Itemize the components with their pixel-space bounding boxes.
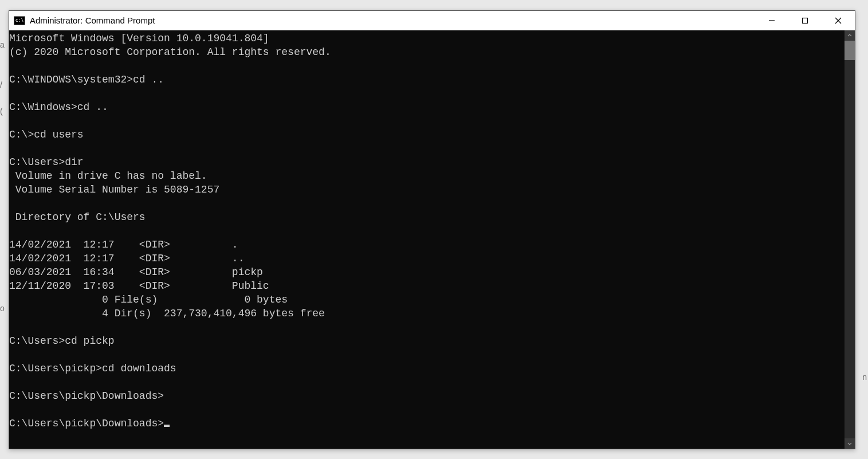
terminal-body: Microsoft Windows [Version 10.0.19041.80… (9, 30, 855, 449)
terminal-line: Directory of C:\Users (9, 211, 146, 223)
cmd-icon (14, 16, 25, 25)
terminal-line: 12/11/2020 17:03 <DIR> Public (9, 280, 269, 292)
terminal-line: 06/03/2021 16:34 <DIR> pickp (9, 266, 263, 278)
terminal-line: 14/02/2021 12:17 <DIR> . (9, 239, 238, 250)
current-prompt: C:\Users\pickp\Downloads> (9, 418, 164, 429)
close-icon (835, 17, 842, 24)
chevron-down-icon (847, 441, 852, 446)
terminal-line: C:\Windows>cd .. (9, 101, 108, 113)
terminal-line: C:\WINDOWS\system32>cd .. (9, 74, 164, 85)
terminal-output[interactable]: Microsoft Windows [Version 10.0.19041.80… (9, 30, 845, 449)
cursor (164, 425, 170, 427)
scroll-down-button[interactable] (845, 438, 855, 449)
terminal-line: C:\Users>cd pickp (9, 335, 115, 347)
maximize-button[interactable] (788, 11, 822, 30)
close-button[interactable] (822, 11, 855, 30)
terminal-line: C:\Users\pickp\Downloads> (9, 390, 164, 402)
minimize-button[interactable] (755, 11, 788, 30)
window-controls (755, 11, 855, 30)
titlebar[interactable]: Administrator: Command Prompt (9, 11, 855, 30)
terminal-line: Microsoft Windows [Version 10.0.19041.80… (9, 33, 269, 44)
scrollbar[interactable] (845, 30, 855, 449)
terminal-line: Volume Serial Number is 5089-1257 (9, 184, 219, 195)
maximize-icon (802, 17, 808, 24)
terminal-line: 4 Dir(s) 237,730,410,496 bytes free (9, 308, 325, 319)
terminal-line: C:\>cd users (9, 129, 84, 140)
chevron-up-icon (847, 33, 852, 38)
scroll-thumb[interactable] (845, 41, 855, 60)
terminal-line: 14/02/2021 12:17 <DIR> .. (9, 253, 244, 264)
window-title: Administrator: Command Prompt (30, 15, 755, 25)
terminal-line: Volume in drive C has no label. (9, 170, 207, 182)
scroll-up-button[interactable] (845, 30, 855, 41)
svg-rect-1 (803, 18, 808, 23)
terminal-line: 0 File(s) 0 bytes (9, 294, 288, 305)
minimize-icon (768, 17, 775, 24)
terminal-line: (c) 2020 Microsoft Corporation. All righ… (9, 46, 331, 58)
terminal-line: C:\Users>dir (9, 156, 84, 168)
command-prompt-window: Administrator: Command Prompt Microsoft … (9, 10, 855, 449)
terminal-line: C:\Users\pickp>cd downloads (9, 363, 176, 374)
